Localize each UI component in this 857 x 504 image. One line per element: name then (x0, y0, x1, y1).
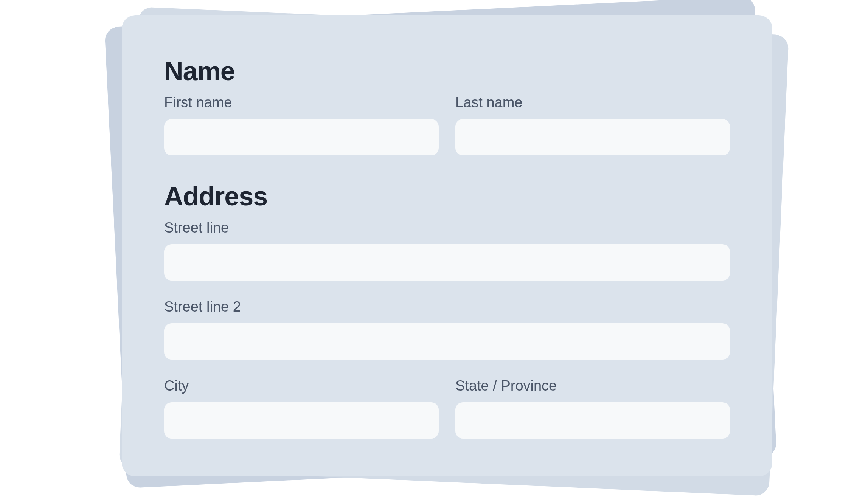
form-card: Name First name Last name Address Street… (122, 15, 772, 476)
state-field: State / Province (455, 378, 730, 439)
last-name-label: Last name (455, 95, 730, 111)
first-name-field: First name (164, 95, 439, 155)
street-line-label: Street line (164, 220, 730, 236)
city-field: City (164, 378, 439, 439)
city-state-row: City State / Province (164, 378, 730, 439)
name-section-heading: Name (164, 56, 730, 86)
name-row: First name Last name (164, 95, 730, 155)
first-name-input[interactable] (164, 119, 439, 155)
street-line-row: Street line (164, 220, 730, 281)
last-name-input[interactable] (455, 119, 730, 155)
street-line-2-input[interactable] (164, 323, 730, 360)
street-line-field: Street line (164, 220, 730, 281)
state-input[interactable] (455, 402, 730, 439)
street-line-2-label: Street line 2 (164, 299, 730, 315)
last-name-field: Last name (455, 95, 730, 155)
first-name-label: First name (164, 95, 439, 111)
state-label: State / Province (455, 378, 730, 394)
street-line-2-row: Street line 2 (164, 299, 730, 360)
city-input[interactable] (164, 402, 439, 439)
address-section-heading: Address (164, 181, 730, 211)
street-line-2-field: Street line 2 (164, 299, 730, 360)
street-line-input[interactable] (164, 244, 730, 281)
city-label: City (164, 378, 439, 394)
form-card-stack: Name First name Last name Address Street… (0, 0, 857, 504)
